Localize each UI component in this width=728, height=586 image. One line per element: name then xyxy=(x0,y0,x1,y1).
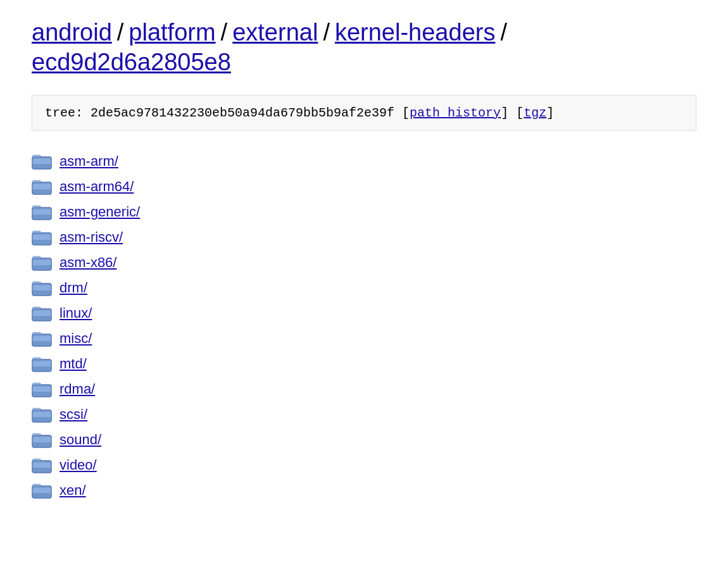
folder-link[interactable]: rdma/ xyxy=(60,381,95,397)
tgz-link[interactable]: tgz xyxy=(524,106,546,120)
folder-icon xyxy=(32,153,52,170)
svg-rect-10 xyxy=(32,215,51,220)
breadcrumb-external[interactable]: external xyxy=(232,19,318,46)
list-item: drm/ xyxy=(32,277,696,299)
breadcrumb-sep-1: / xyxy=(117,19,124,46)
folder-icon xyxy=(32,431,52,449)
tree-info-prefix: tree: 2de5ac9781432230eb50a94da679bb5b9a… xyxy=(45,106,410,120)
breadcrumb-sep-4: / xyxy=(500,19,507,46)
folder-link[interactable]: asm-arm/ xyxy=(60,153,118,170)
folder-link[interactable]: mtd/ xyxy=(60,356,87,372)
breadcrumb-commit-hash[interactable]: ecd9d2d6a2805e8 xyxy=(32,49,231,76)
svg-rect-2 xyxy=(32,164,51,169)
tree-info-middle: ] [ xyxy=(501,106,524,120)
svg-rect-18 xyxy=(32,265,51,270)
folder-link[interactable]: asm-generic/ xyxy=(60,204,140,220)
list-item: asm-arm/ xyxy=(32,150,696,173)
folder-link[interactable]: asm-riscv/ xyxy=(60,229,123,246)
folder-icon xyxy=(32,330,52,347)
folder-icon xyxy=(32,355,52,373)
folder-icon xyxy=(32,304,52,322)
folder-icon xyxy=(32,254,52,271)
tree-info-bar: tree: 2de5ac9781432230eb50a94da679bb5b9a… xyxy=(32,95,696,131)
folder-icon xyxy=(32,203,52,221)
breadcrumb-sep-3: / xyxy=(323,19,330,46)
folder-link[interactable]: asm-arm64/ xyxy=(60,178,134,195)
list-item: sound/ xyxy=(32,428,696,451)
path-history-link[interactable]: path history xyxy=(410,106,501,120)
list-item: asm-x86/ xyxy=(32,251,696,274)
folder-link[interactable]: misc/ xyxy=(60,330,92,347)
breadcrumb-android[interactable]: android xyxy=(32,19,112,46)
list-item: asm-riscv/ xyxy=(32,226,696,249)
svg-rect-6 xyxy=(32,189,51,194)
list-item: asm-arm64/ xyxy=(32,175,696,198)
svg-rect-22 xyxy=(32,290,51,296)
list-item: linux/ xyxy=(32,302,696,325)
folder-icon xyxy=(32,380,52,398)
svg-rect-14 xyxy=(32,240,51,245)
svg-rect-38 xyxy=(32,392,51,397)
list-item: asm-generic/ xyxy=(32,201,696,223)
folder-list: asm-arm/ asm-arm64/ xyxy=(32,150,696,502)
breadcrumb-kernel-headers[interactable]: kernel-headers xyxy=(335,19,495,46)
svg-rect-54 xyxy=(32,493,51,498)
folder-icon xyxy=(32,482,52,499)
folder-icon xyxy=(32,456,52,474)
folder-link[interactable]: scsi/ xyxy=(60,406,87,423)
folder-icon xyxy=(32,228,52,246)
breadcrumb-platform[interactable]: platform xyxy=(129,19,215,46)
folder-link[interactable]: sound/ xyxy=(60,432,101,448)
list-item: misc/ xyxy=(32,327,696,350)
list-item: scsi/ xyxy=(32,403,696,426)
folder-icon xyxy=(32,279,52,297)
tree-info-suffix: ] xyxy=(546,106,554,120)
list-item: rdma/ xyxy=(32,378,696,401)
list-item: xen/ xyxy=(32,479,696,502)
list-item: mtd/ xyxy=(32,352,696,375)
svg-rect-46 xyxy=(32,442,51,447)
breadcrumb-sep-2: / xyxy=(221,19,228,46)
folder-link[interactable]: linux/ xyxy=(60,305,92,321)
list-item: video/ xyxy=(32,454,696,477)
folder-link[interactable]: video/ xyxy=(60,457,97,473)
svg-rect-42 xyxy=(32,417,51,422)
folder-link[interactable]: xen/ xyxy=(60,482,86,499)
svg-rect-26 xyxy=(32,316,51,321)
svg-rect-34 xyxy=(32,366,51,371)
svg-rect-30 xyxy=(32,341,51,346)
folder-icon xyxy=(32,178,52,196)
folder-link[interactable]: drm/ xyxy=(60,280,87,296)
breadcrumb: android / platform / external / kernel-h… xyxy=(32,19,696,76)
folder-icon xyxy=(32,406,52,423)
folder-link[interactable]: asm-x86/ xyxy=(60,254,116,271)
svg-rect-50 xyxy=(32,468,51,473)
